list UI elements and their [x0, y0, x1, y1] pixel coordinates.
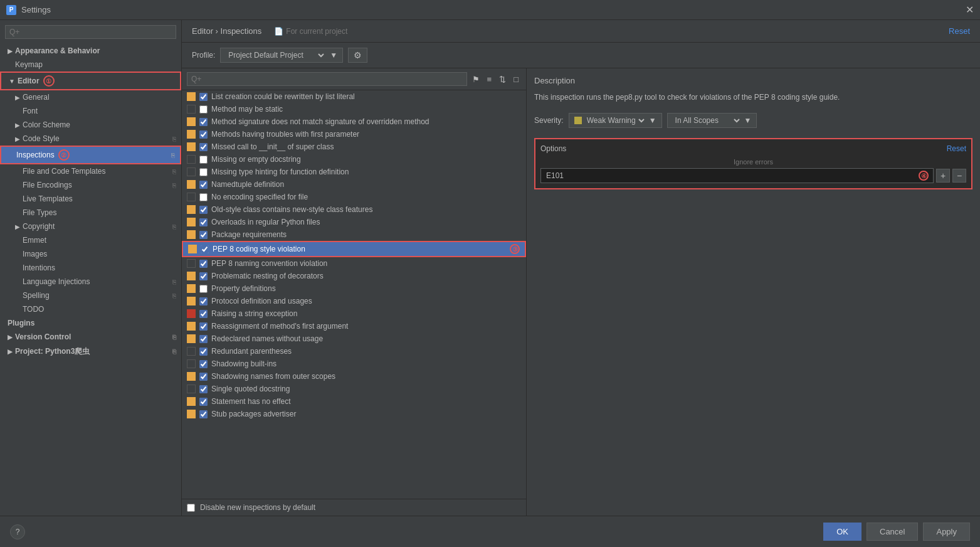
inspection-checkbox[interactable] — [199, 260, 208, 268]
inspection-row-pep8[interactable]: PEP 8 coding style violation ③ — [182, 241, 526, 257]
inspection-row[interactable]: Method signature does not match signatur… — [182, 115, 526, 128]
sidebar-item-general[interactable]: ▶ General — [0, 90, 181, 104]
inspection-checkbox[interactable] — [199, 360, 208, 368]
sidebar-item-keymap[interactable]: Keymap — [0, 58, 181, 72]
inspection-row[interactable]: Old-style class contains new-style class… — [182, 203, 526, 216]
inspection-checkbox[interactable] — [199, 335, 208, 343]
sidebar-item-emmet[interactable]: Emmet — [0, 233, 181, 247]
inspection-row[interactable]: Overloads in regular Python files — [182, 216, 526, 228]
sidebar-item-editor[interactable]: ▼ Editor ① — [0, 72, 181, 90]
sidebar-item-colorscheme[interactable]: ▶ Color Scheme — [0, 118, 181, 132]
inspection-row[interactable]: Protocol definition and usages — [182, 295, 526, 307]
severity-dot — [187, 167, 196, 176]
inspection-checkbox[interactable] — [199, 373, 208, 381]
cancel-button[interactable]: Cancel — [867, 523, 918, 541]
sidebar-item-fileandcodetemplates[interactable]: File and Code Templates ⎘ — [0, 164, 181, 178]
sidebar-item-filetypes[interactable]: File Types — [0, 206, 181, 220]
inspection-name: Statement has no effect — [211, 397, 521, 406]
inspection-checkbox[interactable] — [199, 130, 208, 139]
inspection-row[interactable]: List creation could be rewritten by list… — [182, 90, 526, 103]
scope-select[interactable]: In All Scopes In Tests Only — [673, 115, 742, 125]
ignore-errors-input[interactable] — [540, 168, 934, 183]
inspection-row[interactable]: Property definitions — [182, 282, 526, 295]
inspection-row[interactable]: Missing type hinting for function defini… — [182, 166, 526, 178]
inspection-checkbox[interactable] — [199, 156, 208, 164]
sidebar-item-versioncontrol[interactable]: ▶ Version Control ⎘ — [0, 330, 181, 344]
inspection-checkbox[interactable] — [199, 206, 208, 214]
sidebar-search-input[interactable] — [5, 25, 176, 39]
inspection-checkbox[interactable] — [199, 93, 208, 101]
inspection-checkbox[interactable] — [199, 143, 208, 151]
inspections-search-input[interactable] — [187, 72, 467, 86]
inspection-checkbox[interactable] — [199, 231, 208, 239]
disable-new-checkbox[interactable] — [187, 504, 195, 512]
inspection-row[interactable]: Redeclared names without usage — [182, 332, 526, 345]
reset-button[interactable]: Reset — [949, 26, 970, 36]
inspection-checkbox[interactable] — [199, 398, 208, 406]
inspection-row[interactable]: Missed call to __init__ of super class — [182, 141, 526, 153]
collapse-button[interactable]: □ — [511, 73, 521, 85]
inspection-row[interactable]: No encoding specified for file — [182, 191, 526, 203]
inspection-checkbox[interactable] — [199, 272, 208, 280]
inspection-row[interactable]: Shadowing names from outer scopes — [182, 370, 526, 383]
sidebar-item-appearance[interactable]: ▶ Appearance & Behavior — [0, 44, 181, 58]
add-button[interactable]: + — [936, 169, 950, 183]
ok-button[interactable]: OK — [823, 523, 861, 541]
profile-select-container[interactable]: Project Default Project Default ▼ — [220, 48, 343, 63]
inspection-row[interactable]: Single quoted docstring — [182, 383, 526, 395]
inspection-checkbox[interactable] — [199, 322, 208, 331]
remove-button[interactable]: − — [952, 169, 966, 183]
sidebar-item-intentions[interactable]: Intentions — [0, 261, 181, 275]
sidebar-item-images[interactable]: Images — [0, 247, 181, 261]
filter-button[interactable]: ⚑ — [470, 73, 482, 85]
inspection-row[interactable]: Shadowing built-ins — [182, 358, 526, 370]
inspection-row[interactable]: Reassignment of method's first argument — [182, 320, 526, 332]
expand-button[interactable]: ⇅ — [497, 73, 508, 85]
inspection-row[interactable]: Methods having troubles with first param… — [182, 128, 526, 141]
sidebar-item-inspections[interactable]: Inspections ② ⎘ — [0, 146, 181, 164]
help-button[interactable]: ? — [10, 524, 25, 539]
inspection-row[interactable]: Missing or empty docstring — [182, 153, 526, 166]
severity-select-container[interactable]: Weak Warning Error Warning Info Typo ▼ — [569, 113, 662, 128]
sidebar-item-codestyle[interactable]: ▶ Code Style ⎘ — [0, 132, 181, 146]
inspection-row[interactable]: Redundant parentheses — [182, 345, 526, 358]
sidebar-item-project[interactable]: ▶ Project: Python3爬虫 ⎘ — [0, 344, 181, 359]
inspection-checkbox[interactable] — [199, 105, 208, 114]
sidebar-item-livetemplates[interactable]: Live Templates — [0, 192, 181, 206]
apply-button[interactable]: Apply — [923, 523, 970, 541]
inspection-row[interactable]: Stub packages advertiser — [182, 408, 526, 420]
inspection-row[interactable]: Problematic nesting of decorators — [182, 270, 526, 282]
gear-button[interactable]: ⚙ — [348, 48, 367, 63]
inspection-row[interactable]: PEP 8 naming convention violation — [182, 257, 526, 270]
inspection-checkbox[interactable] — [199, 348, 208, 356]
options-reset-button[interactable]: Reset — [947, 144, 966, 153]
inspection-row[interactable]: Package requirements — [182, 228, 526, 241]
inspection-checkbox[interactable] — [199, 297, 208, 305]
sidebar-item-plugins[interactable]: Plugins — [0, 316, 181, 330]
sidebar-item-copyright[interactable]: ▶ Copyright ⎘ — [0, 220, 181, 233]
inspection-checkbox[interactable] — [199, 118, 208, 126]
inspection-checkbox[interactable] — [199, 385, 208, 393]
sort-button[interactable]: ≡ — [485, 73, 495, 85]
inspection-row[interactable]: Raising a string exception — [182, 307, 526, 320]
inspection-checkbox[interactable] — [199, 218, 208, 226]
sidebar-item-fileencodings[interactable]: File Encodings ⎘ — [0, 178, 181, 192]
severity-select[interactable]: Weak Warning Error Warning Info Typo — [584, 115, 646, 125]
sidebar-item-spelling[interactable]: Spelling ⎘ — [0, 289, 181, 302]
inspection-checkbox[interactable] — [199, 181, 208, 189]
inspection-checkbox[interactable] — [199, 410, 208, 418]
inspection-checkbox[interactable] — [199, 193, 208, 201]
sidebar-item-todo[interactable]: TODO — [0, 302, 181, 316]
inspection-checkbox[interactable] — [201, 245, 209, 253]
sidebar-item-languageinjections[interactable]: Language Injections ⎘ — [0, 275, 181, 289]
inspection-checkbox[interactable] — [199, 285, 208, 293]
inspection-checkbox[interactable] — [199, 168, 208, 176]
close-button[interactable]: ✕ — [966, 4, 974, 16]
inspection-checkbox[interactable] — [199, 310, 208, 318]
scope-select-container[interactable]: In All Scopes In Tests Only ▼ — [667, 113, 757, 128]
inspection-row[interactable]: Method may be static — [182, 103, 526, 115]
sidebar-item-font[interactable]: Font — [0, 104, 181, 118]
inspection-row[interactable]: Statement has no effect — [182, 395, 526, 408]
profile-select[interactable]: Project Default Project Default — [226, 50, 326, 60]
inspection-row[interactable]: Namedtuple definition — [182, 178, 526, 191]
